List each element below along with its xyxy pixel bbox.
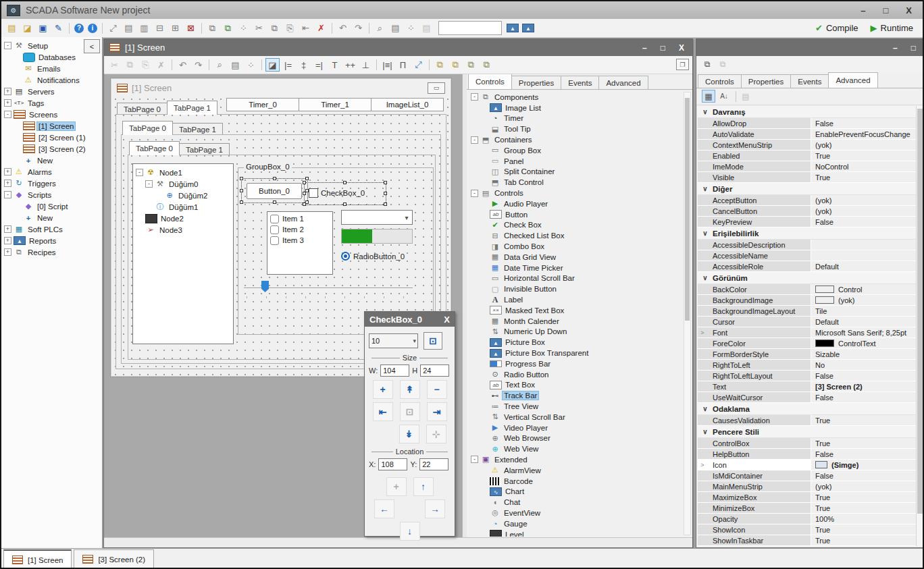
layout-columns-icon[interactable]: ▥ [137, 22, 151, 35]
tree-expander-icon[interactable]: - [136, 169, 143, 176]
window-add-icon[interactable]: ⧉ [221, 22, 235, 35]
snap-top-icon[interactable]: ↟ [400, 380, 420, 399]
palette-item-picture-box-transparent[interactable]: ▲Picture Box Transparent [468, 348, 683, 358]
property-row-accessibledescription[interactable]: AccessibleDescription [698, 240, 916, 250]
form-tab-l3-tabpage-0[interactable]: TabPage 0 [129, 141, 180, 155]
palette-item-tree-view[interactable]: ≔Tree View [468, 401, 683, 412]
undo-icon[interactable]: ↶ [176, 58, 190, 72]
tree-expander-icon[interactable]: - [4, 42, 11, 49]
form-tab-l3-tabpage-1[interactable]: TabPage 1 [179, 143, 230, 155]
palette-item-web-browser[interactable]: ⊕Web Browser [468, 433, 683, 444]
palette-item-checked-list-box[interactable]: ⊟Checked List Box [468, 230, 683, 241]
property-row-acceptbutton[interactable]: AcceptButton(yok) [698, 195, 916, 206]
size-increase-icon[interactable]: + [373, 380, 393, 399]
form-tab-l1-tabpage-0[interactable]: TabPage 0 [117, 103, 168, 115]
hierarchy2-icon[interactable]: ⁘ [404, 22, 418, 35]
categorized-icon[interactable]: ▦ [702, 90, 715, 103]
snap-icon[interactable]: ◪ [265, 58, 280, 72]
canvas-tree-node-node3[interactable]: ➢Node3 [133, 224, 233, 236]
palette-item-components[interactable]: -⧉Components [468, 92, 683, 103]
palette-item-invisible-button[interactable]: ▢Invisible Button [468, 283, 683, 294]
property-value[interactable]: True [811, 438, 916, 449]
redo-icon[interactable]: ↷ [191, 58, 205, 72]
palette-item-group-box[interactable]: ▭Group Box [468, 145, 683, 156]
canvas-tree-node-d-m0[interactable]: -⚒Düğüm0 [133, 178, 233, 190]
x-field[interactable]: 108 [378, 458, 407, 470]
canvas-treeview[interactable]: -☢Node1-⚒Düğüm0⊕Düğüm2ⓘDüğüm1Node2➢Node3 [132, 163, 234, 344]
properties-tab-events[interactable]: Events [790, 74, 829, 88]
canvas-checked-listbox[interactable]: Item 1Item 2Item 3 [267, 211, 333, 275]
bottom-tab-1-screen[interactable]: [1] Screen [3, 549, 72, 569]
palette-item-text-box[interactable]: abText Box [468, 380, 683, 391]
property-row-accessiblename[interactable]: AccessibleName [698, 250, 916, 261]
palette-item-extended[interactable]: -▣Extended [468, 454, 683, 465]
designer-float-button[interactable]: ❐ [676, 59, 689, 70]
property-row-text[interactable]: Text[3] Screen (2) [698, 381, 916, 392]
tray-item-timer-0[interactable]: Timer_0 [226, 98, 299, 111]
chevron-down-icon[interactable]: ∨ [698, 405, 713, 412]
selection-handle[interactable] [240, 177, 243, 180]
property-value[interactable]: (yok) [811, 206, 916, 217]
value-combobox[interactable]: 10 ▾ [369, 333, 418, 348]
property-value[interactable]: Default [811, 261, 916, 272]
height-field[interactable]: 24 [420, 364, 449, 377]
align-middle-icon[interactable]: ++ [343, 58, 357, 72]
canvas-groupbox[interactable]: GroupBox_0 Button_0 CheckBox_0 Item 1Ite… [238, 167, 434, 335]
property-value[interactable]: False [811, 449, 916, 460]
property-row-minimizebox[interactable]: MinimizeBoxTrue [698, 503, 916, 514]
palette-item-video-player[interactable]: ▶Video Player [468, 423, 683, 433]
document-export-icon[interactable]: ▤ [388, 22, 403, 35]
bottom-tab-3-screen-2[interactable]: [3] Screen (2) [74, 549, 154, 569]
expand-window-icon[interactable]: ⤢ [106, 22, 120, 35]
tree-expander-icon[interactable]: - [471, 456, 478, 463]
listbox-item-item-2[interactable]: Item 2 [267, 224, 332, 235]
palette-item-track-bar[interactable]: ⊷Track Bar [468, 390, 683, 401]
property-row-icon[interactable]: >Icon(Simge) [698, 460, 916, 470]
palette-item-tool-tip[interactable]: ⬓Tool Tip [468, 124, 683, 134]
selection-handle[interactable] [303, 181, 306, 184]
palette-item-web-view[interactable]: ⊕Web View [468, 443, 683, 454]
property-row-enabled[interactable]: EnabledTrue [698, 151, 916, 161]
form-tab-l2-tabpage-0[interactable]: TabPage 0 [122, 121, 173, 135]
item-checkbox-icon[interactable] [270, 236, 279, 245]
palette-item-gauge[interactable]: ◔Gauge [468, 518, 683, 529]
form-tab-l2-tabpage-1[interactable]: TabPage 1 [172, 123, 223, 135]
sort-az-icon[interactable]: A↓ [717, 90, 731, 103]
palette-item-alarmview[interactable]: ⚠AlarmView [468, 465, 683, 476]
property-value[interactable]: False [811, 371, 916, 381]
sidebar-item-new[interactable]: +New [1, 212, 102, 223]
canvas-trackbar[interactable] [244, 280, 413, 300]
palette-item-numeric-up-down[interactable]: ⇅Numeric Up Down [468, 327, 683, 337]
palette-item-check-box[interactable]: ✔Check Box [468, 220, 683, 231]
property-row-controlbox[interactable]: ControlBoxTrue [698, 438, 916, 449]
property-value[interactable]: (yok) [811, 295, 916, 306]
property-category-odaklama[interactable]: ∨Odaklama [698, 403, 916, 415]
runtime-button[interactable]: ▶ Runtime [871, 23, 913, 33]
sidebar-item-servers[interactable]: +▤Servers [1, 86, 102, 97]
document-export-icon[interactable]: ▤ [228, 58, 242, 72]
chevron-down-icon[interactable]: ∨ [698, 108, 713, 115]
toolbar-search-input[interactable] [438, 21, 502, 35]
cascade2-icon[interactable]: ⧉ [716, 58, 729, 71]
sidebar-collapse-button[interactable]: < [84, 39, 100, 53]
properties-tab-controls[interactable]: Controls [698, 74, 742, 88]
palette-item-radio-button[interactable]: ⊙Radio Button [468, 369, 683, 380]
palette-item-label[interactable]: ALabel [468, 294, 683, 305]
selection-rect-button[interactable] [241, 178, 308, 203]
property-value[interactable]: (yok) [811, 195, 916, 206]
order-front-icon[interactable]: ⧉ [433, 58, 447, 72]
close-window-icon[interactable]: ⊠ [184, 22, 198, 35]
palette-item-vertical-scroll-bar[interactable]: ⇅Vertical Scroll Bar [468, 412, 683, 423]
layout-grid-icon[interactable]: ⊞ [168, 22, 182, 35]
property-row-maximizebox[interactable]: MaximizeBoxTrue [698, 492, 916, 503]
save-edit-icon[interactable]: ✎ [51, 22, 66, 35]
canvas-tree-node-node2[interactable]: Node2 [133, 213, 233, 224]
cut-icon[interactable]: ✂ [252, 22, 266, 35]
info-icon[interactable]: i [88, 24, 97, 33]
form-tab-l1-tabpage-1[interactable]: TabPage 1 [167, 101, 217, 115]
palette-item-progress-bar[interactable]: Progress Bar [468, 358, 683, 369]
selection-rect-checkbox[interactable] [304, 182, 386, 205]
selection-handle[interactable] [273, 177, 276, 180]
sidebar-item-alarms[interactable]: +⚠Alarms [1, 166, 102, 178]
sidebar-item-notifications[interactable]: ⚠Notifications [1, 74, 102, 86]
